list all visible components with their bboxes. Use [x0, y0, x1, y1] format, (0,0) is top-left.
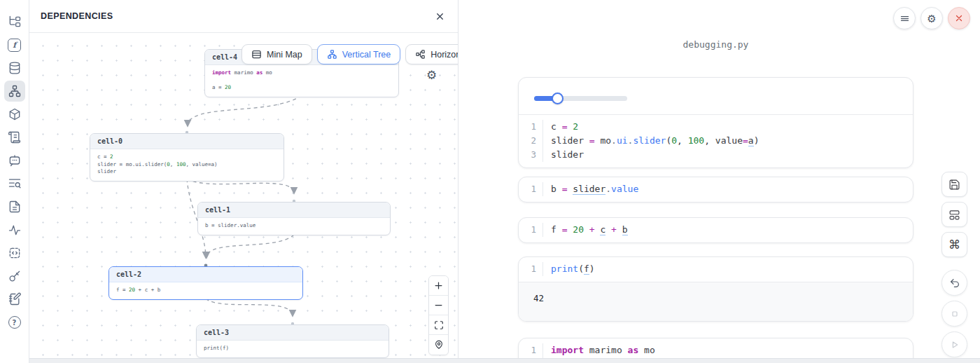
bottom-edge-strip	[29, 358, 980, 363]
sidebar-item-dependency-graph[interactable]	[4, 81, 25, 102]
graph-node-cell-0[interactable]: cell-0 c = 2 slider = mo.ui.slider(0, 10…	[90, 133, 284, 182]
database-icon	[8, 61, 22, 75]
mini-map-button[interactable]: Mini Map	[241, 44, 312, 64]
slider-widget[interactable]	[534, 93, 627, 104]
minus-icon	[433, 300, 444, 310]
gear-icon: ⚙	[426, 69, 437, 82]
code-editor[interactable]: 1c = 2 2slider = mo.ui.slider(0, 100, va…	[519, 115, 913, 167]
graph-node-cell-2[interactable]: cell-2 f = 20 + c + b	[108, 266, 303, 300]
sidebar-item-documentation[interactable]	[4, 127, 25, 148]
console-output: 42	[519, 282, 913, 321]
maximize-icon	[434, 320, 444, 330]
code-editor[interactable]: 1f = 20 + c + b	[519, 218, 913, 242]
left-icon-rail: f ?	[0, 0, 29, 363]
sidebar-item-scratchpad[interactable]	[4, 289, 25, 310]
sidebar-item-variables[interactable]: f	[4, 34, 25, 55]
notebook-filename: debugging.py	[518, 39, 913, 50]
undo-icon	[949, 278, 960, 289]
cell-output	[519, 78, 913, 114]
sidebar-item-help[interactable]: ?	[4, 312, 25, 333]
sidebar-item-files[interactable]	[4, 196, 25, 217]
line-number: 1	[519, 262, 542, 276]
layout-button[interactable]	[941, 202, 967, 227]
dependencies-header: DEPENDENCIES	[29, 0, 458, 33]
code-line: f = 20 + c + b	[542, 223, 913, 237]
graph-node-title: cell-2	[109, 267, 302, 282]
sidebar-item-snippets[interactable]	[4, 242, 25, 263]
file-tree-icon	[8, 15, 22, 29]
shutdown-button[interactable]	[948, 7, 970, 29]
line-number: 2	[519, 134, 542, 148]
graph-node-title: cell-3	[197, 325, 388, 341]
save-icon	[948, 179, 960, 191]
sidebar-item-secrets[interactable]	[4, 266, 25, 287]
graph-node-cell-1[interactable]: cell-1 b = slider.value	[197, 202, 391, 235]
code-line: slider = mo.ui.slider(0, 100, value=a)	[542, 134, 913, 148]
stop-icon	[949, 308, 960, 320]
settings-button[interactable]: ⚙	[920, 7, 943, 29]
notebook-side-actions: ⌘	[941, 172, 967, 357]
sidebar-item-ai-chat[interactable]	[4, 150, 25, 171]
notebook-cell[interactable]: 1print(f) 42	[518, 256, 913, 322]
undo-button[interactable]	[941, 270, 967, 296]
code-line: c = 2	[542, 120, 913, 134]
sidebar-item-datasources[interactable]	[4, 57, 25, 78]
horizontal-tree-icon	[415, 49, 426, 60]
help-icon: ?	[8, 316, 21, 329]
dependency-graph-icon	[8, 84, 22, 98]
command-palette-button[interactable]: ⌘	[941, 232, 967, 257]
code-editor[interactable]: 1print(f)	[519, 257, 913, 282]
graph-view-toolbar: Mini Map Vertical Tree Horizontal Tree	[241, 44, 458, 64]
run-button[interactable]	[941, 331, 967, 357]
stop-button[interactable]	[941, 301, 967, 327]
notebook-cell[interactable]: 1c = 2 2slider = mo.ui.slider(0, 100, va…	[518, 77, 913, 168]
play-icon	[949, 339, 960, 350]
vertical-tree-button[interactable]: Vertical Tree	[317, 44, 400, 64]
notebook-header-actions: ⚙	[893, 7, 970, 29]
notebook-cell[interactable]: 1b = slider.value	[518, 177, 913, 203]
code-line: slider	[542, 148, 913, 162]
code-editor[interactable]: 1b = slider.value	[519, 177, 913, 202]
zoom-in-button[interactable]	[429, 276, 448, 296]
snippets-icon	[8, 246, 22, 260]
line-number: 1	[519, 182, 542, 196]
graph-canvas[interactable]: cell-4 import marimo as mo a = 20 cell-0…	[29, 34, 458, 358]
scroll-icon	[8, 130, 22, 144]
code-line: print(f)	[542, 262, 913, 276]
line-number: 3	[519, 148, 542, 162]
sidebar-item-tracing[interactable]	[4, 219, 25, 240]
close-icon	[435, 11, 445, 22]
fit-view-button[interactable]	[429, 315, 448, 335]
graph-settings-button[interactable]: ⚙	[426, 69, 437, 81]
code-line: b = slider.value	[542, 182, 913, 196]
horizontal-tree-button[interactable]: Horizontal Tree	[405, 44, 458, 64]
sidebar-item-logs-search[interactable]	[4, 173, 25, 194]
zoom-out-button[interactable]	[429, 296, 448, 315]
menu-button[interactable]	[893, 7, 916, 29]
command-icon: ⌘	[948, 239, 960, 251]
file-text-icon	[8, 200, 22, 214]
package-icon	[8, 107, 22, 121]
graph-node-title: cell-0	[90, 134, 284, 149]
sidebar-item-file-explorer[interactable]	[4, 11, 25, 32]
code-line: import marimo as mo	[542, 343, 913, 357]
sidebar-item-packages[interactable]	[4, 104, 25, 125]
close-panel-button[interactable]	[435, 11, 445, 22]
graph-node-code: import marimo as mo a = 20	[205, 65, 398, 97]
center-node-button[interactable]	[429, 335, 448, 355]
graph-node-cell-3[interactable]: cell-3 print(f)	[196, 324, 389, 358]
scratchpad-icon	[8, 292, 22, 306]
notebook-cell[interactable]: 1f = 20 + c + b	[518, 217, 913, 243]
activity-icon	[8, 223, 22, 237]
graph-zoom-controls	[428, 275, 449, 355]
vertical-tree-icon	[327, 49, 337, 60]
graph-node-code: b = slider.value	[198, 218, 390, 235]
graph-node-code: print(f)	[197, 341, 388, 357]
line-number: 1	[519, 120, 542, 134]
slider-thumb[interactable]	[552, 93, 564, 104]
hamburger-icon	[899, 13, 910, 24]
ai-chat-icon	[8, 153, 22, 167]
close-icon	[954, 13, 964, 23]
save-button[interactable]	[941, 172, 967, 197]
list-search-icon	[8, 177, 22, 191]
